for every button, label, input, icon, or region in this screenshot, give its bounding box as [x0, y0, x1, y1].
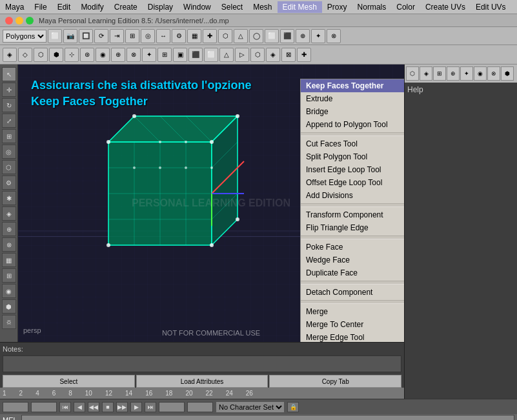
menu-maya[interactable]: Maya: [0, 1, 29, 13]
tb-btn-5[interactable]: ⇥: [110, 29, 124, 43]
tool8[interactable]: ⚙: [2, 175, 16, 190]
tool17[interactable]: ⛭: [2, 315, 16, 329]
tb2-btn-20[interactable]: ✚: [297, 48, 311, 62]
tool6[interactable]: ◎: [2, 145, 16, 159]
tb-btn-18[interactable]: ✦: [311, 29, 325, 43]
load-attributes-button[interactable]: Load Attributes: [136, 375, 269, 388]
play-forward-button[interactable]: ▶▶: [116, 402, 128, 412]
maximize-button[interactable]: [26, 17, 34, 25]
menu-edit-mesh[interactable]: Edit Mesh: [278, 1, 322, 13]
current-time-input[interactable]: 1.00: [31, 402, 57, 412]
dropdown-header[interactable]: Keep Faces Together ▶: [301, 79, 404, 92]
range-end-input[interactable]: 48.00: [187, 402, 213, 412]
step-back-button[interactable]: ◀: [74, 402, 85, 412]
tb-btn-19[interactable]: ⊗: [327, 29, 341, 43]
start-time-input[interactable]: 1.00: [3, 402, 28, 412]
menu-color[interactable]: Color: [391, 1, 420, 13]
tb-btn-4[interactable]: ⟳: [94, 29, 108, 43]
prev-frame-button[interactable]: ⏮: [59, 402, 71, 412]
tb-btn-17[interactable]: ⊕: [296, 29, 310, 43]
tb-btn-7[interactable]: ◎: [141, 29, 155, 43]
rt-btn-3[interactable]: ⊞: [433, 66, 446, 81]
tb2-btn-11[interactable]: ⊞: [157, 48, 172, 62]
tb2-btn-9[interactable]: ⊗: [127, 48, 141, 62]
select-button[interactable]: Select: [3, 375, 135, 388]
tb-btn-10[interactable]: ▦: [187, 29, 201, 43]
tool13[interactable]: ▦: [2, 253, 16, 267]
tb-btn-14[interactable]: ◯: [249, 29, 263, 43]
menu-create[interactable]: Create: [109, 1, 143, 13]
tb2-btn-12[interactable]: ▣: [173, 48, 187, 62]
tool5[interactable]: ⊞: [2, 129, 16, 143]
rt-btn-6[interactable]: ◉: [474, 66, 487, 81]
menu-item-extrude[interactable]: Extrude: [301, 92, 404, 105]
move-tool[interactable]: ✛: [2, 83, 16, 97]
tb-btn-15[interactable]: ⬜: [265, 29, 279, 43]
tb2-btn-19[interactable]: ⊠: [281, 48, 296, 62]
menu-item-detach[interactable]: Detach Component: [301, 286, 404, 299]
polygon-select[interactable]: Polygons: [3, 30, 46, 43]
menu-item-merge-center[interactable]: Merge To Center: [301, 318, 404, 331]
menu-normals[interactable]: Normals: [352, 1, 392, 13]
tb2-btn-5[interactable]: ⊹: [65, 48, 79, 62]
menu-proxy[interactable]: Proxy: [322, 1, 352, 13]
tb-btn-12[interactable]: ⬡: [218, 29, 232, 43]
menu-window[interactable]: Window: [178, 1, 216, 13]
notes-input[interactable]: [3, 355, 401, 372]
menu-create-uvs[interactable]: Create UVs: [420, 1, 471, 13]
tool10[interactable]: ◈: [2, 206, 16, 221]
rt-btn-2[interactable]: ◈: [420, 66, 432, 81]
play-back-button[interactable]: ◀◀: [88, 402, 99, 412]
tb2-btn-1[interactable]: ◈: [3, 48, 17, 62]
next-frame-button[interactable]: ⏭: [145, 402, 156, 412]
menu-item-transform[interactable]: Transform Component: [301, 208, 404, 221]
tool15[interactable]: ◉: [2, 284, 16, 298]
tb-btn-13[interactable]: △: [234, 29, 248, 43]
lock-button[interactable]: 🔒: [287, 402, 299, 412]
rt-btn-7[interactable]: ⊗: [487, 66, 500, 81]
tb-btn-1[interactable]: ⬜: [48, 29, 62, 43]
tb-btn-11[interactable]: ✚: [203, 29, 217, 43]
tb2-btn-3[interactable]: ⬡: [34, 48, 48, 62]
rotate-tool[interactable]: ↻: [2, 98, 16, 112]
menu-item-add-divisions[interactable]: Add Divisions: [301, 189, 404, 202]
tb2-btn-7[interactable]: ◉: [96, 48, 110, 62]
tool12[interactable]: ⊗: [2, 237, 16, 252]
character-set-select[interactable]: No Character Set: [216, 401, 285, 413]
tb-btn-3[interactable]: 🔲: [79, 29, 93, 43]
tb2-btn-16[interactable]: ▷: [235, 48, 249, 62]
menu-mesh[interactable]: Mesh: [248, 1, 277, 13]
menu-modify[interactable]: Modify: [76, 1, 108, 13]
menu-display[interactable]: Display: [143, 1, 178, 13]
tb-btn-2[interactable]: 📷: [63, 29, 77, 43]
stop-button[interactable]: ■: [102, 402, 114, 412]
step-forward-button[interactable]: ▶: [130, 402, 142, 412]
tb2-btn-15[interactable]: △: [219, 48, 234, 62]
tb-btn-6[interactable]: ⊞: [125, 29, 139, 43]
tool11[interactable]: ⊕: [2, 222, 16, 236]
tb2-btn-13[interactable]: ⬛: [188, 48, 203, 62]
tb2-btn-10[interactable]: ✦: [142, 48, 156, 62]
tb2-btn-4[interactable]: ⬢: [49, 48, 63, 62]
rt-btn-5[interactable]: ✦: [460, 66, 473, 81]
menu-select[interactable]: Select: [216, 1, 248, 13]
copy-tab-button[interactable]: Copy Tab: [269, 375, 401, 388]
menu-item-flip-triangle[interactable]: Flip Triangle Edge: [301, 221, 404, 234]
menu-item-merge-edge[interactable]: Merge Edge Tool: [301, 331, 404, 342]
tb-btn-9[interactable]: ⚙: [172, 29, 186, 43]
menu-item-bridge[interactable]: Bridge: [301, 105, 404, 118]
tb2-btn-18[interactable]: ◈: [266, 48, 280, 62]
rt-btn-1[interactable]: ⬡: [406, 66, 419, 81]
rt-btn-4[interactable]: ⊕: [447, 66, 460, 81]
end-time-input[interactable]: 24.00: [159, 402, 185, 412]
menu-item-wedge-face[interactable]: Wedge Face: [301, 254, 404, 266]
tb2-btn-6[interactable]: ⊛: [80, 48, 94, 62]
minimize-button[interactable]: [15, 17, 23, 25]
menu-edit[interactable]: Edit: [52, 1, 76, 13]
tb2-btn-8[interactable]: ⊕: [111, 48, 125, 62]
tb2-btn-14[interactable]: ⬜: [204, 48, 218, 62]
tb-btn-16[interactable]: ⬛: [280, 29, 294, 43]
tb2-btn-2[interactable]: ◇: [18, 48, 32, 62]
menu-item-poke-face[interactable]: Poke Face: [301, 241, 404, 254]
menu-item-merge[interactable]: Merge: [301, 305, 404, 318]
